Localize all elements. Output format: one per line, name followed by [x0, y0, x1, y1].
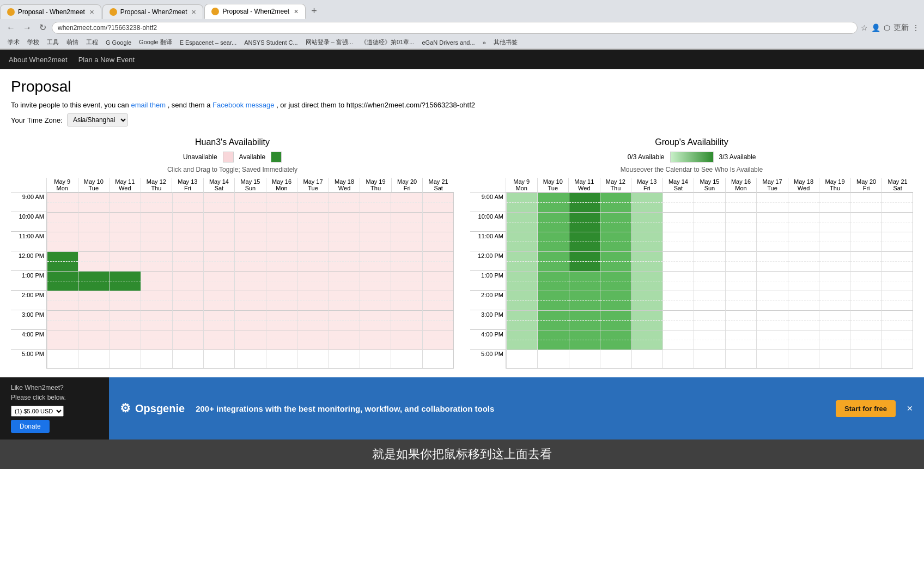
- tab-close-3[interactable]: ✕: [294, 8, 299, 15]
- group-cell-d8-s4[interactable]: [757, 232, 787, 242]
- group-cell-d4-s6[interactable]: [632, 251, 662, 261]
- huan-cell-d4-s7[interactable]: [173, 261, 203, 271]
- group-cell-d9-s6[interactable]: [788, 251, 819, 261]
- huan-cell-d11-s6[interactable]: [391, 251, 422, 261]
- group-cell-d4-s0[interactable]: [632, 192, 662, 202]
- email-link[interactable]: email them: [131, 101, 166, 109]
- group-cell-d2-s2[interactable]: [569, 212, 600, 222]
- group-cell-d10-s12[interactable]: [819, 310, 850, 320]
- huan-cell-d2-s6[interactable]: [110, 251, 141, 261]
- huan-cell-d0-s0[interactable]: [47, 192, 78, 202]
- group-cell-d8-s5[interactable]: [757, 242, 787, 251]
- huan-cell-d1-s7[interactable]: [78, 261, 109, 271]
- huan-cell-d6-s0[interactable]: [235, 192, 265, 202]
- group-cell-d1-s12[interactable]: [538, 310, 568, 320]
- group-cell-d5-s11[interactable]: [663, 300, 694, 310]
- bookmark-gongcheng[interactable]: 工程: [83, 37, 101, 47]
- huan-cell-d4-s1[interactable]: [173, 202, 203, 212]
- group-cell-d1-s5[interactable]: [538, 242, 568, 251]
- group-cell-d12-s10[interactable]: [882, 291, 913, 300]
- huan-cell-d3-s10[interactable]: [141, 291, 172, 300]
- huan-cell-d4-s9[interactable]: [173, 281, 203, 291]
- huan-cell-d3-s8[interactable]: [141, 271, 172, 281]
- huan-cell-d9-s10[interactable]: [329, 291, 360, 300]
- huan-day-col-5[interactable]: [203, 192, 234, 368]
- huan-cell-d10-s6[interactable]: [360, 251, 391, 261]
- group-cell-d1-s4[interactable]: [538, 232, 568, 242]
- huan-cell-d12-s8[interactable]: [423, 271, 453, 281]
- group-cell-d1-s9[interactable]: [538, 281, 568, 291]
- huan-cell-d11-s3[interactable]: [391, 222, 422, 232]
- group-cell-d5-s3[interactable]: [663, 222, 694, 232]
- huan-cell-d8-s3[interactable]: [297, 222, 328, 232]
- huan-cell-d0-s7[interactable]: [47, 261, 78, 271]
- group-cell-d5-s1[interactable]: [663, 202, 694, 212]
- huan-cell-d9-s13[interactable]: [329, 320, 360, 330]
- huan-cell-d2-s7[interactable]: [110, 261, 141, 271]
- huan-cell-d8-s15[interactable]: [297, 340, 328, 350]
- huan-cell-d2-s11[interactable]: [110, 300, 141, 310]
- tab-close-2[interactable]: ✕: [191, 9, 196, 16]
- huan-cell-d7-s13[interactable]: [266, 320, 297, 330]
- huan-cell-d0-s10[interactable]: [47, 291, 78, 300]
- huan-cell-d1-s6[interactable]: [78, 251, 109, 261]
- group-cell-d12-s12[interactable]: [882, 310, 913, 320]
- group-cell-d6-s11[interactable]: [694, 300, 725, 310]
- group-cell-d12-s7[interactable]: [882, 261, 913, 271]
- bookmark-daodejing[interactable]: 《道德经》第01章...: [357, 37, 417, 47]
- huan-cell-d4-s14[interactable]: [173, 330, 203, 340]
- group-cell-d11-s3[interactable]: [850, 222, 881, 232]
- bookmark-egan[interactable]: eGaN Drivers and...: [418, 38, 478, 47]
- group-cell-d4-s4[interactable]: [632, 232, 662, 242]
- huan-cell-d11-s14[interactable]: [391, 330, 422, 340]
- huan-cell-d3-s5[interactable]: [141, 242, 172, 251]
- huan-cell-d5-s1[interactable]: [204, 202, 234, 212]
- group-cell-d2-s6[interactable]: [569, 251, 600, 261]
- group-cell-d8-s13[interactable]: [757, 320, 787, 330]
- huan-cell-d4-s6[interactable]: [173, 251, 203, 261]
- huan-cell-d5-s15[interactable]: [204, 340, 234, 350]
- huan-cell-d8-s1[interactable]: [297, 202, 328, 212]
- group-cell-d10-s2[interactable]: [819, 212, 850, 222]
- group-cell-d11-s4[interactable]: [850, 232, 881, 242]
- group-cell-d3-s5[interactable]: [600, 242, 631, 251]
- huan-cell-d3-s3[interactable]: [141, 222, 172, 232]
- group-cell-d0-s6[interactable]: [507, 251, 537, 261]
- huan-cell-d5-s3[interactable]: [204, 222, 234, 232]
- huan-cell-d0-s6[interactable]: [47, 251, 78, 261]
- group-cell-d8-s9[interactable]: [757, 281, 787, 291]
- huan-day-col-6[interactable]: [234, 192, 265, 368]
- group-cell-d8-s2[interactable]: [757, 212, 787, 222]
- huan-cell-d0-s13[interactable]: [47, 320, 78, 330]
- huan-cell-d7-s4[interactable]: [266, 232, 297, 242]
- nav-about[interactable]: About When2meet: [9, 56, 68, 64]
- huan-cell-d6-s4[interactable]: [235, 232, 265, 242]
- huan-cell-d2-s10[interactable]: [110, 291, 141, 300]
- huan-cell-d3-s6[interactable]: [141, 251, 172, 261]
- huan-cell-d0-s1[interactable]: [47, 202, 78, 212]
- group-cell-d3-s11[interactable]: [600, 300, 631, 310]
- huan-cell-d6-s14[interactable]: [235, 330, 265, 340]
- donate-button[interactable]: Donate: [11, 420, 50, 433]
- bookmark-gongju[interactable]: 工具: [44, 37, 62, 47]
- group-cell-d8-s3[interactable]: [757, 222, 787, 232]
- group-cell-d0-s12[interactable]: [507, 310, 537, 320]
- timezone-select[interactable]: Asia/Shanghai: [67, 113, 128, 127]
- huan-cell-d7-s0[interactable]: [266, 192, 297, 202]
- group-cell-d4-s13[interactable]: [632, 320, 662, 330]
- group-cell-d7-s7[interactable]: [726, 261, 756, 271]
- group-cell-d3-s14[interactable]: [600, 330, 631, 340]
- huan-cell-d3-s13[interactable]: [141, 320, 172, 330]
- group-cell-d4-s15[interactable]: [632, 340, 662, 350]
- huan-cell-d0-s4[interactable]: [47, 232, 78, 242]
- group-cell-d5-s2[interactable]: [663, 212, 694, 222]
- huan-cell-d6-s15[interactable]: [235, 340, 265, 350]
- group-cell-d0-s10[interactable]: [507, 291, 537, 300]
- group-cell-d8-s1[interactable]: [757, 202, 787, 212]
- group-cell-d1-s2[interactable]: [538, 212, 568, 222]
- group-cell-d6-s3[interactable]: [694, 222, 725, 232]
- group-cell-d0-s13[interactable]: [507, 320, 537, 330]
- huan-cell-d10-s10[interactable]: [360, 291, 391, 300]
- group-cell-d11-s14[interactable]: [850, 330, 881, 340]
- facebook-link[interactable]: Facebook message: [212, 101, 274, 109]
